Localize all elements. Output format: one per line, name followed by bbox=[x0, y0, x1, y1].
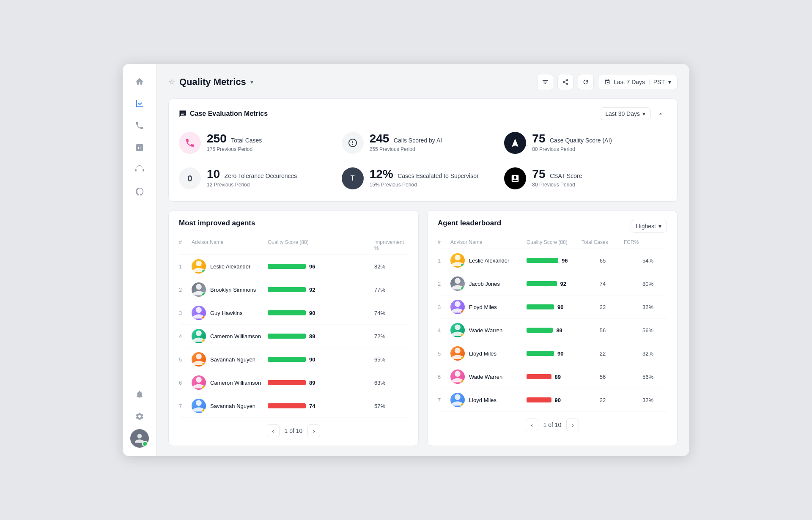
metric-calls-scored: 245 Calls Scored by AI 255 Previous Peri… bbox=[342, 129, 505, 157]
table-row[interactable]: 3 Guy Hawkins 90 74% bbox=[179, 301, 408, 325]
metric-sub: 15% Previous Period bbox=[370, 182, 479, 188]
row-num: 4 bbox=[179, 333, 192, 339]
metric-icon-zero: 0 bbox=[179, 167, 201, 189]
metric-info: 75 CSAT Score 80 Previous Period bbox=[532, 167, 582, 188]
table-row[interactable]: 4 Wade Warren 89 56 56% bbox=[438, 319, 667, 342]
panel-header-right: Last 30 Days ▾ bbox=[600, 107, 667, 120]
agent-cell: Savannah Nguyen bbox=[192, 352, 268, 367]
table-row[interactable]: 2 Brooklyn Simmons 92 77% bbox=[179, 278, 408, 301]
header-left: ☆ Quality Metrics ▾ bbox=[168, 77, 253, 88]
metrics-panel-header: Case Evaluation Metrics Last 30 Days ▾ bbox=[179, 107, 667, 120]
score-cell: 90 bbox=[527, 304, 582, 310]
fcr-value: 32% bbox=[624, 304, 653, 310]
score-value: 89 bbox=[555, 374, 561, 380]
improved-prev-button[interactable]: ‹ bbox=[267, 424, 280, 437]
sidebar-item-settings[interactable] bbox=[130, 407, 149, 426]
score-bar bbox=[268, 310, 306, 315]
table-row[interactable]: 6 Wade Warren 89 56 56% bbox=[438, 365, 667, 389]
row-num: 3 bbox=[438, 304, 450, 310]
table-row[interactable]: 4 Cameron Williamson 89 72% bbox=[179, 325, 408, 348]
sidebar-item-phone[interactable] bbox=[130, 116, 149, 135]
metric-icon-phone bbox=[179, 132, 201, 154]
agent-cell: Cameron Williamson bbox=[192, 375, 268, 390]
case-eval-date-dropdown[interactable]: Last 30 Days ▾ bbox=[600, 107, 651, 120]
leaderboard-next-button[interactable]: › bbox=[566, 419, 579, 431]
agent-cell: Floyd Miles bbox=[450, 300, 527, 314]
avatar-dot bbox=[202, 409, 206, 413]
svg-text:C: C bbox=[137, 146, 140, 150]
app-container: C ☆ Quality Metrics ▾ bbox=[123, 64, 689, 456]
avatar-dot bbox=[461, 263, 464, 267]
total-cases-value: 65 bbox=[582, 257, 624, 264]
leaderboard-panel: Agent leaderboard Highest ▾ # Advisor Na… bbox=[427, 210, 678, 446]
refresh-button[interactable] bbox=[578, 74, 594, 90]
collapse-button[interactable] bbox=[654, 107, 667, 120]
sidebar-item-home[interactable] bbox=[130, 72, 149, 91]
agent-avatar bbox=[450, 369, 465, 384]
score-bar bbox=[527, 304, 554, 309]
row-num: 6 bbox=[438, 374, 450, 380]
score-cell: 74 bbox=[268, 403, 374, 409]
sidebar-item-c[interactable]: C bbox=[130, 138, 149, 157]
metric-number: 75 bbox=[532, 132, 545, 145]
leaderboard-pagination: ‹ 1 of 10 › bbox=[438, 419, 667, 431]
table-row[interactable]: 1 Leslie Alexander 96 65 54% bbox=[438, 249, 667, 272]
sidebar-item-activity[interactable] bbox=[130, 182, 149, 201]
date-filter-button[interactable]: Last 7 Days | PST ▾ bbox=[598, 75, 678, 89]
score-value: 90 bbox=[557, 304, 563, 310]
improved-next-button[interactable]: › bbox=[307, 424, 320, 437]
share-button[interactable] bbox=[557, 74, 573, 90]
main-content: ☆ Quality Metrics ▾ Last 7 Days | bbox=[156, 64, 689, 456]
score-bar bbox=[268, 334, 306, 339]
sidebar-item-headset[interactable] bbox=[130, 160, 149, 179]
agent-cell: Brooklyn Simmons bbox=[192, 282, 268, 297]
avatar-dot bbox=[202, 293, 206, 296]
agent-avatar bbox=[450, 346, 465, 361]
sidebar-item-bell[interactable] bbox=[130, 385, 149, 404]
sidebar-item-chart[interactable] bbox=[130, 94, 149, 113]
metric-label: Cases Escalated to Supervisor bbox=[398, 172, 478, 179]
metric-sub: 80 Previous Period bbox=[532, 182, 582, 188]
title-dropdown-arrow[interactable]: ▾ bbox=[250, 79, 253, 85]
agent-avatar bbox=[192, 352, 206, 367]
agent-cell: Wade Warren bbox=[450, 323, 527, 337]
row-num: 7 bbox=[438, 397, 450, 403]
leaderboard-col-headers: # Advisor Name Quality Score (88) Total … bbox=[438, 239, 667, 249]
table-row[interactable]: 1 Leslie Alexander 96 82% bbox=[179, 255, 408, 278]
metric-icon-csat bbox=[504, 167, 526, 189]
avatar-dot bbox=[202, 386, 206, 389]
metric-icon-quality bbox=[504, 132, 526, 154]
avatar-dot bbox=[461, 380, 464, 383]
row-num: 5 bbox=[438, 350, 450, 357]
leaderboard-prev-button[interactable]: ‹ bbox=[526, 419, 538, 431]
table-row[interactable]: 5 Savannah Nguyen 90 65% bbox=[179, 348, 408, 371]
filter-button[interactable] bbox=[537, 74, 553, 90]
agent-name: Lloyd Miles bbox=[469, 397, 497, 403]
score-value: 74 bbox=[309, 403, 315, 409]
table-row[interactable]: 2 Jacob Jones 92 74 80% bbox=[438, 272, 667, 296]
metric-quality-score: 75 Case Quality Score (AI) 80 Previous P… bbox=[504, 129, 667, 157]
total-cases-value: 22 bbox=[582, 350, 624, 357]
table-row[interactable]: 7 Savannah Nguyen 74 57% bbox=[179, 394, 408, 418]
avatar-dot bbox=[202, 316, 206, 320]
score-value: 89 bbox=[309, 333, 315, 339]
agent-avatar bbox=[450, 253, 465, 268]
table-row[interactable]: 6 Cameron Williamson 89 63% bbox=[179, 371, 408, 394]
avatar[interactable] bbox=[130, 429, 149, 448]
avatar-dot bbox=[202, 362, 206, 366]
leaderboard-title: Agent leaderboard bbox=[438, 219, 501, 227]
agent-avatar bbox=[450, 323, 465, 337]
agent-avatar bbox=[192, 329, 206, 343]
leaderboard-filter-dropdown[interactable]: Highest ▾ bbox=[631, 220, 667, 233]
table-row[interactable]: 5 Lloyd Miles 90 22 32% bbox=[438, 342, 667, 365]
agent-cell: Wade Warren bbox=[450, 369, 527, 384]
score-cell: 92 bbox=[527, 281, 582, 287]
score-cell: 89 bbox=[527, 327, 582, 334]
star-icon[interactable]: ☆ bbox=[168, 77, 175, 87]
header: ☆ Quality Metrics ▾ Last 7 Days | bbox=[168, 74, 678, 90]
fcr-value: 56% bbox=[624, 374, 653, 380]
table-row[interactable]: 3 Floyd Miles 90 22 32% bbox=[438, 296, 667, 319]
table-row[interactable]: 7 Lloyd Miles 90 22 32% bbox=[438, 389, 667, 412]
improvement-value: 74% bbox=[374, 310, 408, 316]
row-num: 1 bbox=[179, 263, 192, 270]
